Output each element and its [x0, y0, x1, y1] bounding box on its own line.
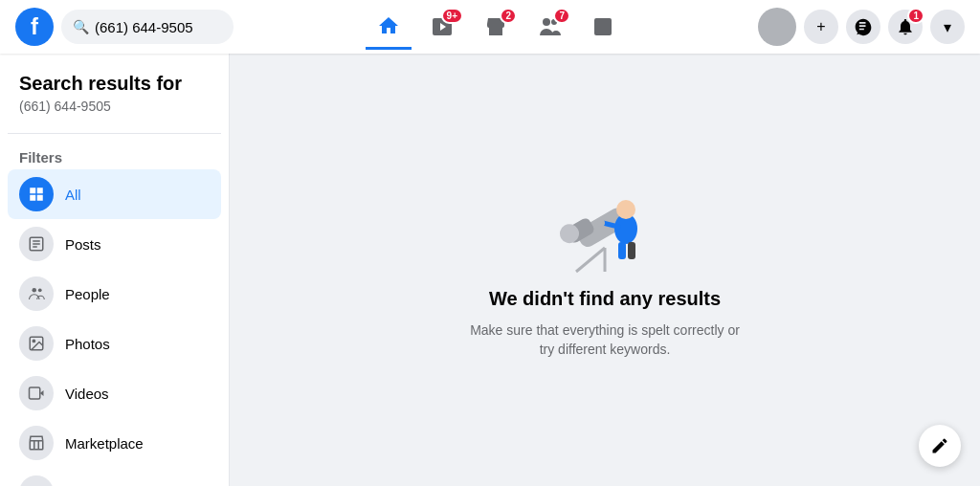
videos-icon [19, 376, 54, 410]
sidebar: Search results for (661) 644-9505 Filter… [0, 54, 230, 486]
marketplace-icon [19, 426, 54, 460]
filter-pages[interactable]: Pages [8, 468, 221, 486]
filter-videos-label: Videos [65, 386, 109, 402]
no-results-illustration [547, 181, 662, 276]
create-button[interactable]: + [804, 10, 838, 44]
svg-rect-7 [30, 195, 35, 201]
notifications-button[interactable]: 1 [888, 10, 923, 44]
filter-photos-label: Photos [65, 336, 110, 352]
filter-people[interactable]: People [8, 269, 221, 319]
nav-people[interactable]: 7 [526, 4, 572, 50]
people-badge: 7 [553, 8, 570, 24]
layout: Search results for (661) 644-9505 Filter… [0, 0, 980, 486]
svg-rect-5 [30, 188, 35, 193]
svg-rect-4 [594, 18, 612, 35]
filters-label: Filters [8, 142, 221, 169]
svg-point-34 [616, 200, 635, 219]
facebook-logo[interactable]: f [15, 8, 54, 46]
people-icon [19, 276, 54, 311]
no-results-title: We didn't find any results [489, 288, 721, 310]
svg-line-28 [576, 248, 605, 272]
filter-photos[interactable]: Photos [8, 319, 221, 368]
nav-pages[interactable] [580, 4, 626, 50]
svg-point-14 [38, 288, 42, 292]
filter-posts[interactable]: Posts [8, 219, 221, 269]
edit-button[interactable] [919, 425, 961, 467]
pages-icon [19, 475, 54, 486]
nav-center: 9+ 2 7 [234, 4, 758, 50]
svg-rect-36 [628, 242, 635, 259]
menu-button[interactable]: ▾ [930, 10, 965, 44]
photos-icon [19, 326, 54, 361]
no-results-container: We didn't find any results Make sure tha… [461, 181, 748, 359]
nav-marketplace[interactable]: 2 [473, 4, 519, 50]
filter-marketplace[interactable]: Marketplace [8, 418, 221, 468]
svg-rect-6 [37, 188, 43, 193]
filter-posts-label: Posts [65, 236, 101, 253]
main-content: We didn't find any results Make sure tha… [230, 54, 980, 486]
posts-icon [19, 227, 54, 261]
search-input[interactable] [95, 19, 229, 35]
svg-rect-35 [618, 242, 626, 259]
svg-point-38 [597, 219, 605, 227]
nav-right: + 1 ▾ [758, 8, 965, 46]
svg-rect-19 [30, 441, 43, 450]
svg-point-13 [33, 288, 37, 293]
marketplace-badge: 2 [500, 8, 517, 24]
svg-point-16 [33, 340, 34, 342]
avatar[interactable] [758, 8, 796, 46]
topnav: f 🔍 9+ 2 7 + [0, 0, 980, 54]
search-bar[interactable]: 🔍 [61, 10, 234, 44]
no-results-subtitle: Make sure that everything is spelt corre… [461, 321, 748, 359]
notifications-badge: 1 [907, 8, 924, 24]
search-icon: 🔍 [73, 19, 89, 34]
svg-rect-8 [37, 195, 43, 201]
nav-home[interactable] [366, 4, 412, 50]
sidebar-subtitle: (661) 644-9505 [8, 99, 221, 125]
all-icon [19, 177, 54, 211]
filter-people-label: People [65, 286, 110, 302]
svg-rect-17 [30, 387, 40, 399]
divider [8, 133, 221, 134]
reels-badge: 9+ [441, 8, 463, 24]
filter-marketplace-label: Marketplace [65, 435, 144, 452]
messenger-button[interactable] [846, 10, 880, 44]
nav-reels[interactable]: 9+ [419, 4, 465, 50]
filter-all-label: All [65, 187, 81, 203]
svg-point-2 [543, 18, 550, 26]
sidebar-title: Search results for [8, 65, 221, 99]
filter-all[interactable]: All [8, 169, 221, 219]
filter-videos[interactable]: Videos [8, 368, 221, 418]
